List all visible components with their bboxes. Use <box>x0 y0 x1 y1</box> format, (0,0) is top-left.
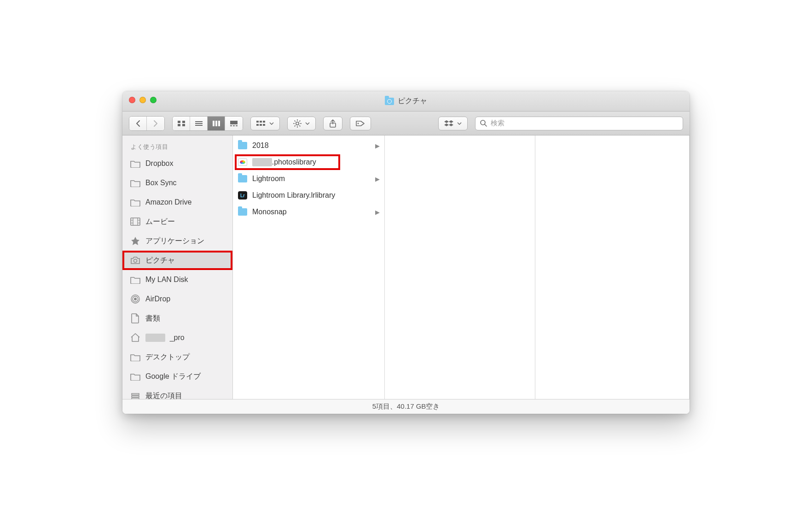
sidebar-item-4[interactable]: アプリケーション <box>122 231 232 251</box>
disclosure-arrow-icon: ▶ <box>375 176 380 182</box>
sidebar-item-label: Google ドライブ <box>145 372 201 382</box>
folder-icon <box>130 198 141 207</box>
column-view: 2018▶XXXX.photoslibraryLightroom▶LrLight… <box>233 135 690 399</box>
sidebar-favorites-header: よく使う項目 <box>122 140 232 154</box>
svg-rect-2 <box>178 124 180 126</box>
sidebar-item-10[interactable]: デスクトップ <box>122 347 232 367</box>
sidebar-item-8[interactable]: 書類 <box>122 309 232 328</box>
sidebar-item-label: 最近の項目 <box>145 391 182 399</box>
svg-rect-46 <box>132 398 139 399</box>
svg-line-25 <box>295 120 296 121</box>
sidebar-item-1[interactable]: Box Sync <box>122 173 232 193</box>
tag-icon <box>356 120 365 127</box>
search-input[interactable]: 検索 <box>475 117 683 130</box>
svg-rect-15 <box>260 121 262 123</box>
sidebar-item-label: Dropbox <box>145 159 173 168</box>
file-name: .photoslibrary <box>272 158 316 166</box>
preview-column <box>385 135 535 399</box>
status-bar: 5項目、40.17 GB空き <box>122 399 690 414</box>
svg-rect-5 <box>195 123 203 124</box>
finder-body: よく使う項目 DropboxBox SyncAmazon Driveムービーアプ… <box>122 135 690 399</box>
svg-rect-6 <box>195 125 203 126</box>
svg-rect-45 <box>132 396 139 397</box>
svg-rect-3 <box>182 124 185 126</box>
back-button[interactable] <box>129 117 147 130</box>
share-button[interactable] <box>323 117 342 130</box>
group-by-button[interactable] <box>250 117 280 130</box>
svg-rect-17 <box>256 124 259 126</box>
file-row-2[interactable]: Lightroom▶ <box>233 170 384 187</box>
file-name: Lightroom <box>252 175 285 183</box>
svg-line-26 <box>299 125 300 126</box>
view-gallery-button[interactable] <box>225 117 243 130</box>
file-row-4[interactable]: Monosnap▶ <box>233 204 384 220</box>
svg-line-27 <box>299 120 300 121</box>
sidebar-item-7[interactable]: AirDrop <box>122 289 232 309</box>
lightroom-library-icon: Lr <box>238 191 247 200</box>
home-icon <box>130 333 141 342</box>
file-name: Monosnap <box>252 208 287 216</box>
view-icon-button[interactable] <box>173 117 190 130</box>
file-row-1[interactable]: XXXX.photoslibrary <box>233 154 384 170</box>
sidebar-item-3[interactable]: ムービー <box>122 212 232 231</box>
folder-icon <box>238 175 247 182</box>
doc-icon <box>130 314 141 323</box>
action-menu-button[interactable] <box>287 117 316 130</box>
sidebar-item-11[interactable]: Google ドライブ <box>122 367 232 386</box>
minimize-button[interactable] <box>139 97 146 103</box>
sidebar-item-label: AirDrop <box>145 295 170 303</box>
disclosure-arrow-icon: ▶ <box>375 209 380 216</box>
sidebar-item-9[interactable]: XXXX_pro <box>122 328 232 347</box>
close-button[interactable] <box>129 97 135 103</box>
svg-rect-14 <box>256 121 259 123</box>
svg-rect-4 <box>195 121 203 122</box>
status-text: 5項目、40.17 GB空き <box>372 402 440 411</box>
window-title: ピクチャ <box>385 96 427 106</box>
svg-point-40 <box>134 259 137 263</box>
svg-point-30 <box>358 123 359 124</box>
svg-point-41 <box>134 298 137 300</box>
folder-icon <box>130 352 141 362</box>
sidebar-item-6[interactable]: My LAN Disk <box>122 270 232 289</box>
sidebar-item-0[interactable]: Dropbox <box>122 154 232 173</box>
apps-icon <box>130 236 141 246</box>
forward-button[interactable] <box>147 117 164 130</box>
sidebar-item-label: アプリケーション <box>145 236 204 246</box>
search-placeholder: 検索 <box>491 119 505 128</box>
svg-rect-9 <box>218 121 220 126</box>
dropbox-menu-button[interactable] <box>438 117 468 130</box>
titlebar: ピクチャ <box>122 91 690 112</box>
sidebar-item-12[interactable]: 最近の項目 <box>122 386 232 399</box>
sidebar-item-label: デスクトップ <box>145 352 190 362</box>
sidebar-item-2[interactable]: Amazon Drive <box>122 193 232 212</box>
view-list-button[interactable] <box>190 117 208 130</box>
share-icon <box>329 119 336 128</box>
airdrop-icon <box>130 294 141 304</box>
sidebar-item-label: Box Sync <box>145 179 177 187</box>
zoom-button[interactable] <box>150 97 157 103</box>
sidebar-item-5[interactable]: ピクチャ <box>122 251 232 270</box>
svg-point-20 <box>296 122 299 124</box>
dropbox-icon <box>444 120 453 127</box>
svg-rect-8 <box>215 121 217 126</box>
svg-rect-33 <box>131 218 140 225</box>
movie-icon <box>130 217 141 226</box>
window-title-text: ピクチャ <box>398 96 427 106</box>
svg-line-28 <box>295 125 296 126</box>
finder-window: ピクチャ <box>122 91 690 414</box>
svg-rect-44 <box>132 393 139 395</box>
svg-rect-1 <box>182 121 185 123</box>
camera-icon <box>130 256 141 265</box>
svg-rect-10 <box>230 121 238 124</box>
file-name: 2018 <box>252 141 269 150</box>
view-column-button[interactable] <box>208 117 225 130</box>
svg-rect-13 <box>236 125 238 126</box>
tags-button[interactable] <box>350 117 371 130</box>
file-row-3[interactable]: LrLightroom Library.lrlibrary <box>233 187 384 204</box>
gear-icon <box>293 119 302 128</box>
file-row-0[interactable]: 2018▶ <box>233 137 384 154</box>
sidebar-item-label: ピクチャ <box>145 256 175 265</box>
svg-rect-11 <box>230 125 232 126</box>
folder-icon <box>130 372 141 381</box>
sidebar-item-label: _pro <box>170 334 185 342</box>
